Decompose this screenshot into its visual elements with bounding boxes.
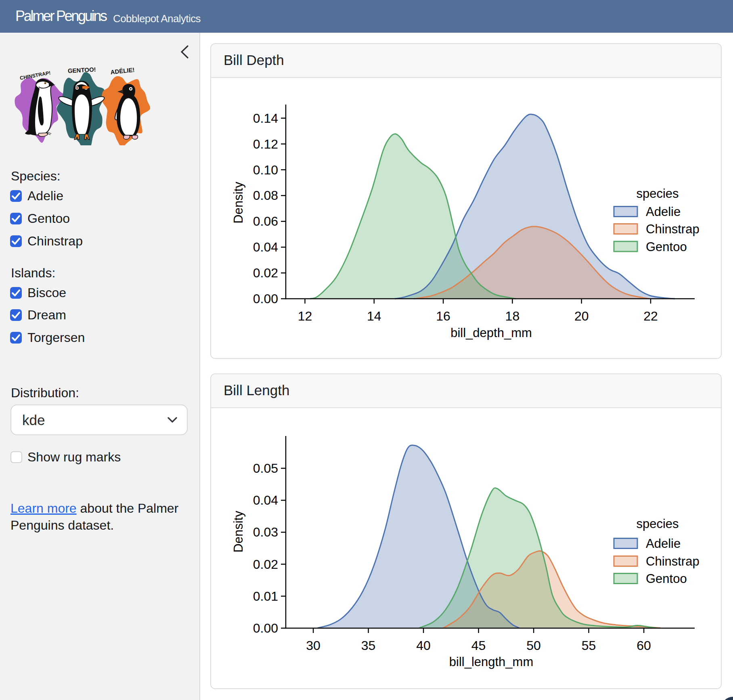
svg-text:Gentoo: Gentoo bbox=[646, 240, 687, 254]
svg-text:0.00: 0.00 bbox=[253, 291, 278, 306]
svg-text:0.04: 0.04 bbox=[253, 493, 278, 507]
svg-text:0.03: 0.03 bbox=[253, 525, 278, 539]
svg-text:30: 30 bbox=[306, 638, 320, 653]
svg-text:55: 55 bbox=[582, 638, 596, 653]
svg-text:species: species bbox=[636, 187, 679, 201]
svg-text:0.02: 0.02 bbox=[253, 557, 278, 572]
svg-text:16: 16 bbox=[436, 309, 450, 323]
svg-text:35: 35 bbox=[361, 638, 376, 653]
svg-text:20: 20 bbox=[574, 309, 589, 323]
svg-text:40: 40 bbox=[416, 638, 431, 653]
svg-text:Chinstrap: Chinstrap bbox=[646, 222, 699, 236]
svg-text:18: 18 bbox=[505, 309, 520, 323]
svg-text:12: 12 bbox=[298, 309, 312, 323]
svg-text:0.12: 0.12 bbox=[253, 137, 278, 151]
svg-text:ADÉLIE!: ADÉLIE! bbox=[110, 66, 135, 75]
svg-text:14: 14 bbox=[367, 309, 381, 323]
svg-text:45: 45 bbox=[471, 638, 486, 653]
svg-text:bill_length_mm: bill_length_mm bbox=[449, 655, 534, 669]
svg-text:Adelie: Adelie bbox=[646, 537, 681, 551]
svg-text:Density: Density bbox=[231, 182, 245, 224]
svg-text:50: 50 bbox=[526, 638, 541, 653]
svg-text:GENTOO!: GENTOO! bbox=[67, 66, 96, 74]
svg-text:0.10: 0.10 bbox=[253, 163, 278, 177]
svg-text:0.05: 0.05 bbox=[253, 461, 278, 476]
svg-text:0.08: 0.08 bbox=[253, 188, 278, 203]
svg-text:0.01: 0.01 bbox=[253, 589, 278, 604]
svg-text:0.00: 0.00 bbox=[253, 621, 278, 635]
svg-text:22: 22 bbox=[643, 309, 658, 323]
svg-text:bill_depth_mm: bill_depth_mm bbox=[450, 326, 532, 340]
svg-text:0.06: 0.06 bbox=[253, 214, 278, 228]
svg-text:Gentoo: Gentoo bbox=[646, 572, 687, 586]
svg-text:0.14: 0.14 bbox=[253, 111, 278, 126]
svg-text:0.02: 0.02 bbox=[253, 266, 278, 280]
svg-text:species: species bbox=[636, 517, 679, 531]
svg-text:Adelie: Adelie bbox=[646, 205, 681, 219]
svg-text:0.04: 0.04 bbox=[253, 240, 278, 254]
svg-text:60: 60 bbox=[637, 638, 651, 653]
svg-text:Chinstrap: Chinstrap bbox=[646, 554, 699, 568]
svg-text:Density: Density bbox=[231, 511, 245, 553]
